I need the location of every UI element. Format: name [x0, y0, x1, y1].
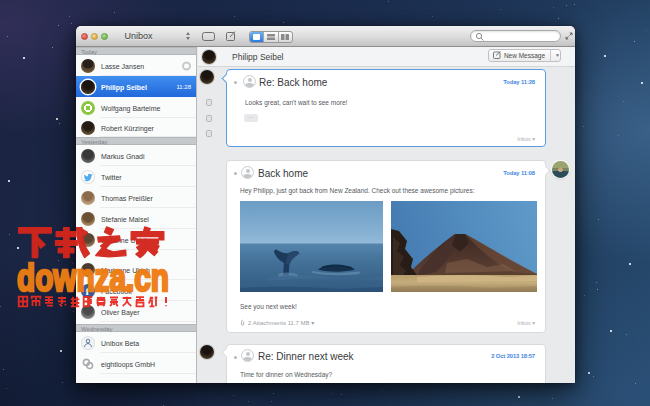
svg-text:downza.cn: downza.cn — [17, 257, 169, 299]
